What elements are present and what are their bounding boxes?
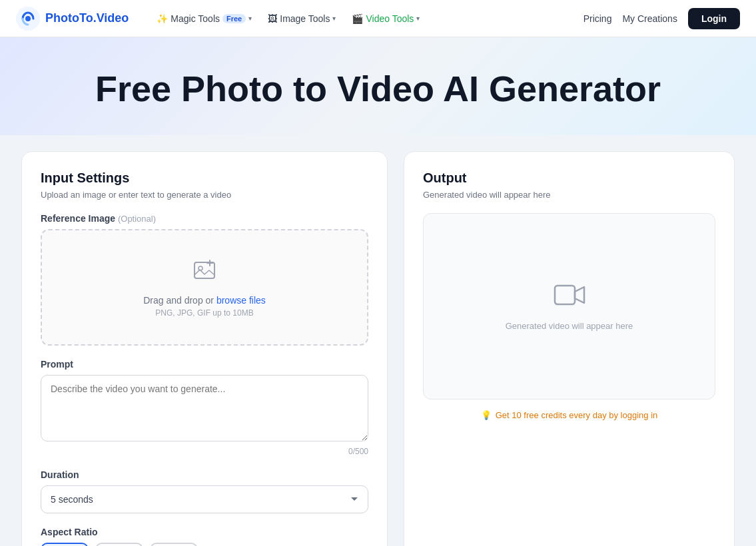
drop-hint: PNG, JPG, GIF up to 10MB [55, 308, 354, 318]
magic-wand-icon: ✨ [157, 13, 168, 24]
image-tools-label: Image Tools [280, 13, 330, 24]
output-panel-subtitle: Generated video will appear here [423, 190, 715, 200]
duration-section: Duration 5 seconds 10 seconds 15 seconds [41, 469, 368, 513]
drop-zone[interactable]: Drag and drop or browse files PNG, JPG, … [41, 229, 368, 346]
nav-items: ✨ Magic Tools Free ▾ 🖼 Image Tools ▾ 🎬 V… [150, 9, 583, 28]
optional-tag: (Optional) [118, 214, 156, 224]
chevron-down-icon: ▾ [248, 15, 252, 22]
credits-hint: 💡 Get 10 free credits every day by loggi… [423, 410, 715, 420]
svg-rect-2 [194, 262, 214, 278]
output-panel: Output Generated video will appear here … [404, 151, 735, 546]
input-panel: Input Settings Upload an image or enter … [21, 151, 388, 546]
prompt-textarea[interactable] [41, 375, 368, 441]
nav-image-tools[interactable]: 🖼 Image Tools ▾ [261, 9, 342, 28]
aspect-ratio-section: Aspect Ratio 16:9 9:16 1:1 [41, 527, 368, 546]
hero-section: Free Photo to Video AI Generator [0, 37, 756, 135]
logo-link[interactable]: PhotoTo.Video [16, 7, 129, 31]
lightbulb-icon: 💡 [481, 410, 492, 420]
aspect-options: 16:9 9:16 1:1 [41, 543, 368, 546]
logo-text: PhotoTo.Video [45, 11, 129, 25]
video-placeholder-text: Generated video will appear here [506, 321, 633, 331]
duration-label: Duration [41, 469, 368, 480]
input-panel-title: Input Settings [41, 170, 368, 186]
nav-right: Pricing My Creations Login [583, 8, 740, 29]
video-preview-box: Generated video will appear here [423, 213, 715, 400]
input-panel-subtitle: Upload an image or enter text to generat… [41, 190, 368, 200]
browse-files-link[interactable]: browse files [216, 295, 266, 306]
aspect-btn-1-1[interactable]: 1:1 [150, 543, 198, 546]
login-button[interactable]: Login [688, 8, 740, 29]
aspect-btn-9-16[interactable]: 9:16 [95, 543, 143, 546]
svg-rect-6 [555, 286, 575, 304]
video-camera-icon [554, 282, 585, 314]
my-creations-link[interactable]: My Creations [622, 13, 677, 24]
reference-image-section: Reference Image (Optional) Drag and drop… [41, 213, 368, 346]
prompt-label: Prompt [41, 359, 368, 370]
svg-point-1 [25, 16, 31, 21]
pricing-link[interactable]: Pricing [583, 13, 612, 24]
output-panel-title: Output [423, 170, 715, 186]
drop-text: Drag and drop or browse files [55, 295, 354, 306]
magic-tools-label: Magic Tools [171, 13, 220, 24]
logo-icon [16, 7, 40, 31]
video-tools-label: Video Tools [366, 13, 414, 24]
nav-magic-tools[interactable]: ✨ Magic Tools Free ▾ [150, 9, 258, 28]
navbar: PhotoTo.Video ✨ Magic Tools Free ▾ 🖼 Ima… [0, 0, 756, 37]
chevron-down-icon-2: ▾ [332, 15, 336, 22]
credits-link[interactable]: Get 10 free credits every day by logging… [496, 410, 658, 420]
aspect-ratio-label: Aspect Ratio [41, 527, 368, 537]
hero-title: Free Photo to Video AI Generator [16, 69, 740, 109]
prompt-counter: 0/500 [41, 447, 368, 456]
duration-select[interactable]: 5 seconds 10 seconds 15 seconds [41, 485, 368, 513]
image-icon: 🖼 [268, 13, 277, 24]
main-content: Input Settings Upload an image or enter … [0, 135, 756, 546]
prompt-section: Prompt 0/500 [41, 359, 368, 456]
upload-icon [55, 257, 354, 290]
nav-video-tools[interactable]: 🎬 Video Tools ▾ [345, 9, 426, 28]
aspect-btn-16-9[interactable]: 16:9 [41, 543, 89, 546]
chevron-down-icon-3: ▾ [416, 15, 420, 22]
free-badge: Free [222, 14, 246, 23]
video-icon: 🎬 [352, 13, 363, 24]
reference-image-label: Reference Image (Optional) [41, 213, 368, 224]
